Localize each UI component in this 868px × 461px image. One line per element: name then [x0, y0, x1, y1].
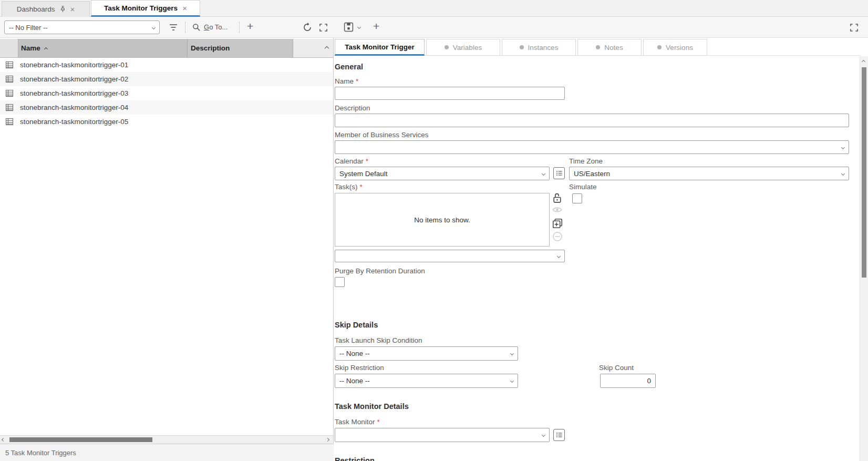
row-name: stonebranch-taskmonitortrigger-04 — [20, 104, 128, 111]
description-label: Description — [335, 104, 370, 112]
task-monitor-label: Task Monitor* — [335, 418, 380, 426]
task-monitor-details-button[interactable] — [553, 429, 565, 441]
time-zone-select[interactable]: US/Eastern — [569, 167, 849, 180]
expand-icon[interactable] — [319, 24, 327, 33]
tab-task-monitor-triggers-label: Task Monitor Triggers — [104, 4, 178, 12]
lock-open-icon[interactable] — [552, 192, 562, 203]
chevron-down-icon — [152, 25, 156, 29]
close-icon[interactable]: × — [70, 5, 75, 14]
table-row[interactable]: stonebranch-taskmonitortrigger-02 — [0, 72, 333, 86]
table-row[interactable]: stonebranch-taskmonitortrigger-03 — [0, 86, 333, 100]
tab-dashboards[interactable]: Dashboards × — [2, 1, 90, 17]
chevron-down-icon — [542, 171, 545, 175]
filter-select[interactable]: -- No Filter -- — [4, 21, 160, 34]
horizontal-scrollbar[interactable] — [0, 435, 333, 444]
tab-status-dot-icon — [596, 45, 600, 49]
time-zone-label: Time Zone — [569, 157, 603, 165]
search-icon[interactable] — [192, 23, 201, 33]
add-button[interactable]: + — [247, 20, 253, 33]
calendar-select[interactable]: System Default — [335, 167, 550, 180]
tab-status-dot-icon — [445, 45, 449, 49]
tab-dashboards-label: Dashboards — [17, 5, 55, 13]
column-header-icon — [0, 39, 18, 58]
row-name: stonebranch-taskmonitortrigger-02 — [20, 75, 128, 83]
chevron-down-icon — [841, 171, 845, 175]
refresh-icon[interactable] — [303, 23, 312, 34]
tasks-listbox[interactable]: No items to show. — [335, 193, 550, 247]
calendar-label: Calendar* — [335, 157, 368, 165]
trigger-icon — [5, 104, 14, 111]
pin-icon[interactable] — [60, 6, 66, 13]
header-sorter-icon[interactable] — [325, 46, 329, 50]
column-header-filler — [293, 39, 333, 58]
column-header-description[interactable]: Description — [188, 39, 293, 58]
skip-restriction-label: Skip Restriction — [335, 364, 384, 372]
simulate-label: Simulate — [569, 183, 597, 191]
tasks-label: Task(s)* — [335, 183, 363, 191]
vertical-scrollbar[interactable] — [860, 56, 868, 461]
scroll-left-icon[interactable] — [2, 438, 5, 442]
row-name: stonebranch-taskmonitortrigger-03 — [20, 89, 128, 97]
section-general: General — [335, 63, 363, 71]
tasks-empty-text: No items to show. — [414, 216, 470, 224]
task-monitor-select[interactable] — [335, 428, 550, 442]
vertical-scrollbar-thumb[interactable] — [862, 67, 866, 278]
scroll-right-icon[interactable] — [326, 438, 329, 442]
purge-by-retention-duration-checkbox[interactable] — [335, 277, 345, 287]
maximize-icon[interactable] — [850, 24, 858, 33]
row-name: stonebranch-taskmonitortrigger-05 — [20, 118, 128, 126]
name-label: Name* — [335, 77, 358, 85]
toolbar-divider — [185, 22, 185, 33]
filter-icon[interactable] — [169, 24, 178, 33]
tab-task-monitor-triggers[interactable]: Task Monitor Triggers × — [91, 0, 200, 17]
tab-versions[interactable]: Versions — [643, 39, 707, 56]
table-row[interactable]: stonebranch-taskmonitortrigger-04 — [0, 100, 333, 115]
task-launch-skip-condition-label: Task Launch Skip Condition — [335, 336, 422, 344]
member-of-business-services-label: Member of Business Services — [335, 131, 429, 139]
close-icon[interactable]: × — [182, 4, 187, 13]
horizontal-scrollbar-thumb[interactable] — [9, 437, 152, 442]
add-multiple-icon[interactable] — [552, 218, 563, 229]
tab-notes[interactable]: Notes — [577, 39, 642, 56]
table-row[interactable]: stonebranch-taskmonitortrigger-05 — [0, 115, 333, 129]
chevron-down-icon — [542, 433, 545, 437]
task-launch-skip-condition-select[interactable]: -- None -- — [335, 346, 518, 361]
section-restriction: Restriction — [335, 456, 375, 461]
tasks-picker-select[interactable] — [335, 250, 565, 262]
panel-splitter[interactable] — [333, 38, 334, 461]
description-field[interactable] — [335, 114, 849, 127]
filter-select-value: -- No Filter -- — [9, 24, 48, 32]
tab-task-monitor-trigger[interactable]: Task Monitor Trigger — [335, 39, 425, 56]
tab-variables[interactable]: Variables — [426, 39, 500, 56]
skip-count-label: Skip Count — [599, 364, 634, 372]
add-detail-button[interactable]: + — [373, 20, 379, 33]
column-header-name[interactable]: Name — [18, 39, 188, 58]
toolbar-divider — [239, 22, 240, 33]
save-icon[interactable] — [344, 22, 354, 34]
trigger-icon — [5, 75, 14, 83]
app-window: Dashboards × Task Monitor Triggers × -- … — [0, 0, 868, 461]
toolbar: -- No Filter -- Go To... + + — [0, 17, 868, 38]
list-details-icon — [556, 170, 563, 177]
scroll-up-icon[interactable] — [862, 60, 865, 64]
table-row[interactable]: stonebranch-taskmonitortrigger-01 — [0, 58, 333, 72]
chevron-down-icon — [510, 379, 514, 383]
row-name: stonebranch-taskmonitortrigger-01 — [20, 61, 128, 69]
sort-ascending-icon — [44, 47, 48, 51]
simulate-checkbox[interactable] — [572, 193, 582, 203]
trigger-icon — [5, 118, 14, 126]
skip-count-field[interactable] — [600, 374, 656, 388]
trigger-icon — [5, 89, 14, 97]
list-details-icon — [556, 432, 563, 438]
status-bar: 5 Task Monitor Triggers — [0, 444, 334, 461]
name-field[interactable] — [335, 87, 565, 100]
member-of-business-services-select[interactable] — [335, 140, 849, 154]
calendar-details-button[interactable] — [553, 167, 565, 179]
save-menu-chevron-icon[interactable] — [357, 25, 361, 29]
skip-restriction-select[interactable]: -- None -- — [335, 374, 518, 388]
eye-icon — [552, 206, 562, 213]
window-tab-bar: Dashboards × Task Monitor Triggers × — [0, 0, 868, 17]
goto-button[interactable]: Go To... — [204, 23, 228, 31]
tab-status-dot-icon — [520, 45, 524, 49]
tab-instances[interactable]: Instances — [502, 39, 576, 56]
